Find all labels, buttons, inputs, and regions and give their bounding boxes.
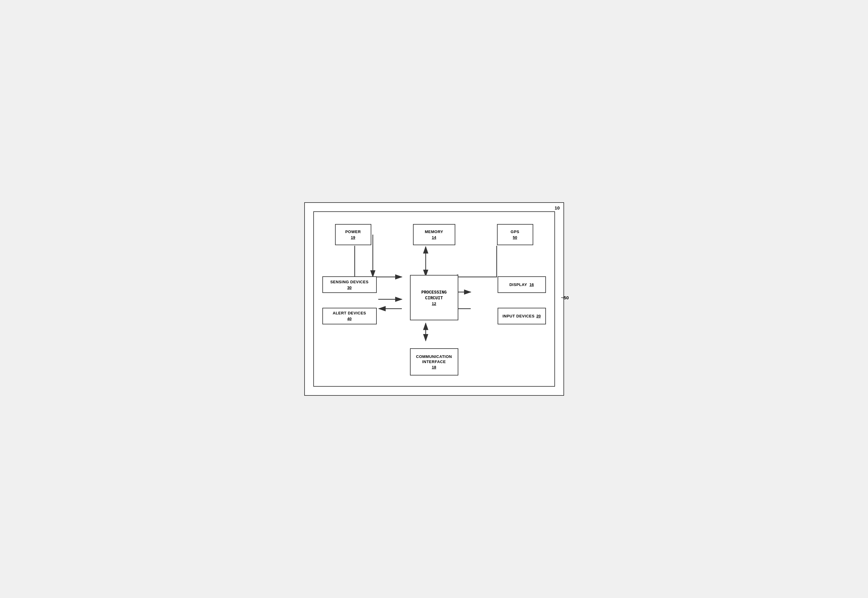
processing-label: PROCESSING CIRCUIT (421, 290, 446, 300)
memory-label: MEMORY (425, 229, 443, 235)
comm-ref: 18 (432, 365, 436, 369)
processing-ref: 12 (432, 301, 436, 306)
sensing-ref: 30 (347, 286, 351, 290)
sensing-label: SENSING DEVICES (330, 280, 368, 285)
ref-10-label: 10 (555, 205, 560, 211)
comm-box: COMMUNICATION INTERFACE 18 (410, 348, 458, 375)
gps-box: GPS 50 (497, 224, 533, 245)
memory-ref: 14 (432, 235, 436, 240)
comm-label: COMMUNICATION INTERFACE (416, 354, 452, 365)
ref-50-label: ~50 (561, 295, 568, 300)
alert-box: ALERT DEVICES 40 (322, 308, 377, 324)
system-boundary: MEMORY 14 POWER 19 GPS 50 PROCESSING CIR… (313, 211, 555, 387)
diagram-page: 10 ~50 (304, 202, 564, 396)
processing-box: PROCESSING CIRCUIT 12 (410, 275, 458, 320)
alert-label: ALERT DEVICES (333, 311, 366, 316)
gps-label: GPS (511, 229, 519, 235)
input-devices-box: INPUT DEVICES 20 (498, 308, 546, 324)
display-label: DISPLAY (509, 283, 527, 287)
display-box: DISPLAY 16 (498, 276, 546, 293)
gps-to-processing-arrow (451, 246, 497, 277)
memory-box: MEMORY 14 (413, 224, 455, 245)
alert-ref: 40 (347, 317, 351, 321)
input-label: INPUT DEVICES (503, 314, 534, 319)
gps-ref: 50 (513, 235, 517, 240)
power-ref: 19 (351, 235, 355, 240)
input-ref: 20 (536, 314, 540, 318)
sensing-box: SENSING DEVICES 30 (322, 276, 377, 293)
power-label: POWER (345, 229, 361, 235)
power-box: POWER 19 (335, 224, 371, 245)
power-to-processing-arrow (355, 246, 402, 277)
display-ref: 16 (529, 283, 534, 287)
